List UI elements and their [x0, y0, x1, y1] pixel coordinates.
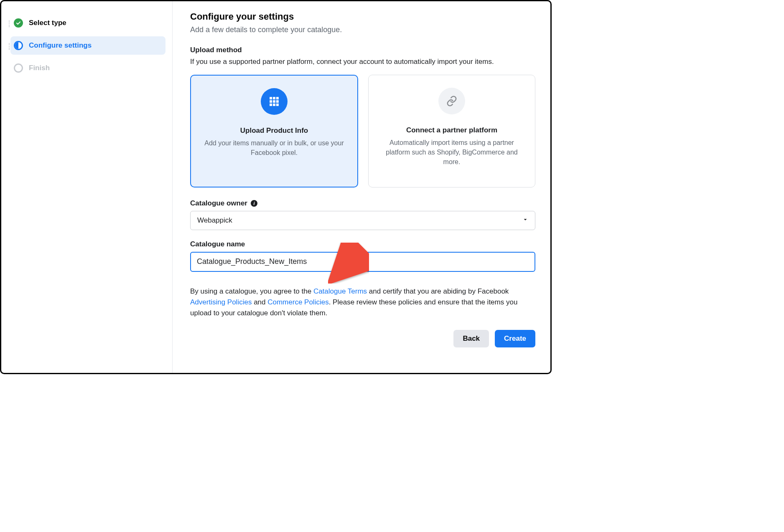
- back-button[interactable]: Back: [453, 330, 489, 347]
- wizard-step-select-type[interactable]: Select type: [10, 14, 165, 32]
- svg-rect-1: [273, 97, 275, 99]
- wizard-step-configure-settings[interactable]: Configure settings: [10, 36, 165, 55]
- grid-icon: [261, 88, 288, 115]
- link-advertising-policies[interactable]: Advertising Policies: [190, 298, 252, 306]
- page-subtitle: Add a few details to complete your catal…: [190, 25, 535, 34]
- link-catalogue-terms[interactable]: Catalogue Terms: [313, 287, 367, 295]
- card-title: Upload Product Info: [240, 127, 308, 135]
- link-icon: [438, 88, 465, 114]
- step-connector: [9, 20, 10, 27]
- upload-method-heading: Upload method: [190, 46, 535, 54]
- wizard-step-label: Select type: [29, 19, 66, 27]
- card-upload-product-info[interactable]: Upload Product Info Add your items manua…: [190, 75, 358, 187]
- svg-rect-6: [270, 104, 272, 106]
- svg-rect-8: [276, 104, 279, 106]
- chevron-down-icon: [522, 216, 528, 225]
- catalogue-owner-label-row: Catalogue owner i: [190, 199, 535, 208]
- empty-circle-icon: [14, 63, 23, 73]
- wizard-step-label: Finish: [29, 64, 50, 72]
- half-circle-icon: [14, 41, 23, 50]
- footer-actions: Back Create: [190, 330, 535, 347]
- wizard-step-finish[interactable]: Finish: [10, 59, 165, 77]
- main-panel: Configure your settings Add a few detail…: [173, 1, 550, 373]
- create-button[interactable]: Create: [495, 330, 535, 347]
- wizard-step-label: Configure settings: [29, 41, 92, 50]
- upload-method-cards: Upload Product Info Add your items manua…: [190, 75, 535, 187]
- card-title: Connect a partner platform: [406, 126, 497, 134]
- step-connector: [9, 43, 10, 50]
- card-description: Add your items manually or in bulk, or u…: [202, 138, 346, 157]
- svg-rect-4: [273, 100, 275, 103]
- svg-rect-3: [270, 100, 272, 103]
- catalogue-owner-value: Webappick: [197, 216, 232, 225]
- page-title: Configure your settings: [190, 11, 535, 22]
- card-description: Automatically import items using a partn…: [379, 138, 524, 167]
- svg-rect-0: [270, 97, 272, 99]
- svg-rect-7: [273, 104, 275, 106]
- upload-method-description: If you use a supported partner platform,…: [190, 57, 535, 67]
- catalogue-owner-label: Catalogue owner: [190, 199, 247, 208]
- card-connect-partner-platform[interactable]: Connect a partner platform Automatically…: [368, 75, 535, 187]
- info-icon[interactable]: i: [251, 200, 257, 207]
- catalogue-owner-select[interactable]: Webappick: [190, 211, 535, 230]
- catalogue-name-input[interactable]: [190, 252, 535, 272]
- check-circle-icon: [14, 18, 23, 28]
- catalogue-name-label: Catalogue name: [190, 240, 245, 248]
- svg-rect-2: [276, 97, 279, 99]
- catalogue-name-label-row: Catalogue name: [190, 240, 535, 248]
- svg-rect-5: [276, 100, 279, 103]
- link-commerce-policies[interactable]: Commerce Policies: [267, 298, 328, 306]
- app-frame: Select type Configure settings Finish Co…: [0, 0, 552, 374]
- terms-text: By using a catalogue, you agree to the C…: [190, 286, 535, 319]
- wizard-sidebar: Select type Configure settings Finish: [1, 1, 173, 373]
